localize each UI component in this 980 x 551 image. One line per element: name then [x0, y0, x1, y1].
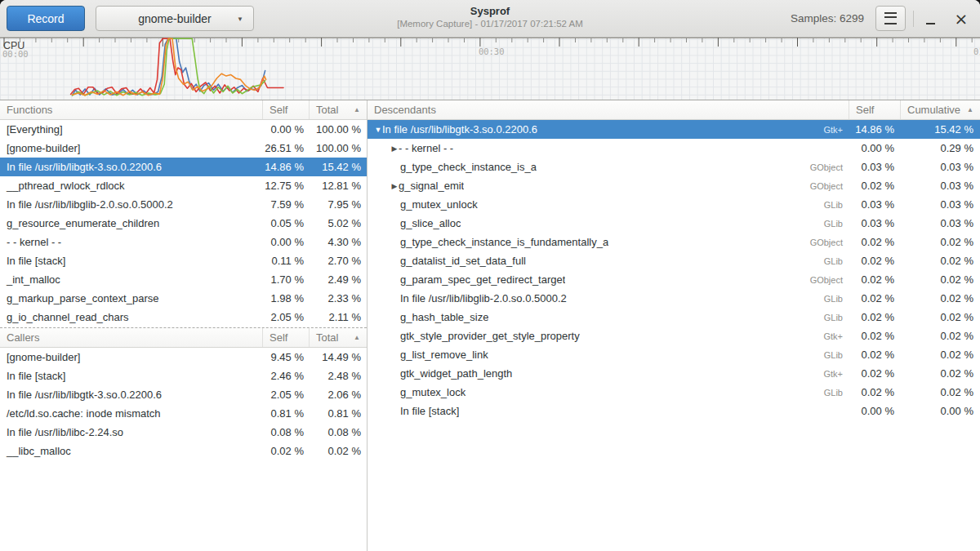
descendants-header: Descendants Self Cumulative ▲ — [368, 100, 980, 120]
descendant-self-cell: 0.02 % — [849, 349, 901, 361]
function-self-cell: 7.59 % — [263, 198, 310, 211]
descendant-name: In file [stack] — [400, 405, 459, 417]
descendant-name: g_list_remove_link — [400, 349, 488, 361]
descendant-self-cell: 0.02 % — [849, 330, 901, 342]
descendant-row[interactable]: In file /usr/lib/libglib-2.0.so.0.5000.2… — [368, 289, 980, 308]
caller-self-cell: 0.81 % — [263, 407, 310, 420]
function-total-cell: 4.30 % — [310, 236, 367, 248]
descendant-name: In file /usr/lib/libgtk-3.so.0.2200.6 — [382, 123, 537, 136]
descendant-row[interactable]: ▼In file /usr/lib/libgtk-3.so.0.2200.6Gt… — [368, 120, 980, 139]
caller-self-cell: 2.46 % — [263, 370, 310, 382]
descendant-row[interactable]: ▶- - kernel - -0.00 %0.29 % — [368, 139, 980, 158]
descendant-name-cell: g_list_remove_linkGLib — [368, 349, 849, 361]
descendant-name: g_param_spec_get_redirect_target — [400, 273, 565, 286]
caller-row[interactable]: In file /usr/lib/libc-2.24.so0.08 %0.08 … — [0, 423, 367, 442]
functions-column-header[interactable]: Functions — [0, 100, 263, 119]
descendant-row[interactable]: In file [stack]0.00 %0.00 % — [368, 402, 980, 420]
caller-row[interactable]: In file [stack]2.46 %2.48 % — [0, 367, 367, 385]
library-tag: GLib — [816, 219, 849, 229]
function-total-cell: 2.33 % — [310, 292, 367, 304]
descendant-row[interactable]: g_slice_allocGLib0.03 %0.03 % — [368, 214, 980, 233]
descendant-name-cell: g_datalist_id_set_data_fullGLib — [368, 255, 849, 267]
descendant-self-cell: 0.02 % — [849, 292, 901, 304]
library-tag: GLib — [816, 350, 849, 360]
descendant-row[interactable]: g_datalist_id_set_data_fullGLib0.02 %0.0… — [368, 251, 980, 270]
functions-self-column-header[interactable]: Self — [263, 100, 310, 119]
descendant-row[interactable]: gtk_widget_path_lengthGtk+0.02 %0.02 % — [368, 364, 980, 383]
functions-total-column-header[interactable]: Total ▲ — [310, 100, 367, 119]
library-tag: Gtk+ — [815, 125, 849, 135]
function-row[interactable]: g_io_channel_read_chars2.05 %2.11 % — [0, 308, 367, 327]
descendant-name: g_mutex_lock — [400, 386, 466, 398]
descendant-self-cell: 0.02 % — [849, 255, 901, 267]
function-self-cell: 1.98 % — [263, 292, 310, 304]
descendant-row[interactable]: g_type_check_instance_is_fundamentally_a… — [368, 233, 980, 251]
function-self-cell: 1.70 % — [263, 273, 310, 286]
function-total-cell: 7.95 % — [310, 198, 367, 211]
expander-collapsed-icon[interactable]: ▶ — [390, 144, 399, 153]
function-row[interactable]: g_markup_parse_context_parse1.98 %2.33 % — [0, 289, 367, 308]
descendant-self-cell: 0.03 % — [849, 198, 901, 211]
callers-total-column-header[interactable]: Total ▲ — [310, 328, 367, 347]
sort-ascending-icon: ▲ — [349, 106, 360, 113]
function-row[interactable]: [Everything]0.00 %100.00 % — [0, 120, 367, 139]
caller-name-cell: In file [stack] — [0, 370, 263, 382]
descendant-row[interactable]: g_hash_table_sizeGLib0.02 %0.02 % — [368, 308, 980, 327]
descendants-self-column-header[interactable]: Self — [849, 100, 901, 119]
function-total-cell: 5.02 % — [310, 217, 367, 229]
callers-self-column-header[interactable]: Self — [263, 328, 310, 347]
descendant-cumulative-cell: 0.29 % — [901, 142, 980, 154]
descendant-name-cell: g_mutex_lockGLib — [368, 386, 849, 398]
expander-collapsed-icon[interactable]: ▶ — [390, 182, 399, 190]
function-name-cell: In file /usr/lib/libglib-2.0.so.0.5000.2 — [0, 198, 263, 211]
caller-total-cell: 0.81 % — [310, 407, 367, 420]
target-select[interactable]: gnome-builder ▼ — [96, 6, 254, 31]
descendant-name: g_hash_table_size — [400, 311, 488, 323]
library-tag: GObject — [802, 162, 849, 172]
descendant-row[interactable]: g_type_check_instance_is_aGObject0.03 %0… — [368, 158, 980, 176]
descendant-row[interactable]: g_list_remove_linkGLib0.02 %0.02 % — [368, 345, 980, 364]
descendant-name-cell: g_hash_table_sizeGLib — [368, 311, 849, 323]
descendant-row[interactable]: g_mutex_unlockGLib0.03 %0.03 % — [368, 195, 980, 214]
descendant-name: g_type_check_instance_is_fundamentally_a — [400, 236, 608, 248]
descendant-self-cell: 0.02 % — [849, 386, 901, 398]
expander-expanded-icon[interactable]: ▼ — [374, 126, 382, 134]
descendant-name: - - kernel - - — [399, 142, 453, 154]
descendant-name: g_slice_alloc — [400, 217, 461, 229]
caller-row[interactable]: __libc_malloc0.02 %0.02 % — [0, 442, 367, 460]
menu-button[interactable] — [875, 6, 906, 31]
cpu-graph[interactable]: CPU00:0000:3001:00 — [0, 38, 980, 100]
descendants-cumulative-column-header[interactable]: Cumulative ▲ — [901, 100, 980, 119]
descendant-cumulative-cell: 0.00 % — [901, 405, 980, 417]
caller-self-cell: 2.05 % — [263, 389, 310, 401]
function-row[interactable]: - - kernel - -0.00 %4.30 % — [0, 233, 367, 251]
descendants-cumulative-label: Cumulative — [907, 104, 960, 116]
record-button[interactable]: Record — [7, 6, 85, 31]
function-total-cell: 100.00 % — [310, 142, 367, 154]
function-total-cell: 15.42 % — [310, 161, 367, 173]
descendants-column-header[interactable]: Descendants — [368, 100, 849, 119]
descendant-row[interactable]: gtk_style_provider_get_style_propertyGtk… — [368, 327, 980, 345]
descendant-cumulative-cell: 0.02 % — [901, 330, 980, 342]
library-tag: GObject — [802, 275, 849, 285]
descendant-self-cell: 0.02 % — [849, 311, 901, 323]
function-row[interactable]: In file [stack]0.11 %2.70 % — [0, 251, 367, 270]
function-row[interactable]: __pthread_rwlock_rdlock12.75 %12.81 % — [0, 176, 367, 195]
function-row[interactable]: _int_malloc1.70 %2.49 % — [0, 270, 367, 289]
descendant-row[interactable]: g_param_spec_get_redirect_targetGObject0… — [368, 270, 980, 289]
caller-row[interactable]: /etc/ld.so.cache: inode mismatch0.81 %0.… — [0, 404, 367, 423]
function-row[interactable]: g_resource_enumerate_children0.05 %5.02 … — [0, 214, 367, 233]
descendant-name-cell: g_type_check_instance_is_aGObject — [368, 161, 849, 173]
caller-self-cell: 0.08 % — [263, 426, 310, 438]
minimize-button[interactable] — [918, 6, 942, 31]
function-row[interactable]: In file /usr/lib/libgtk-3.so.0.2200.614.… — [0, 158, 367, 176]
function-row[interactable]: In file /usr/lib/libglib-2.0.so.0.5000.2… — [0, 195, 367, 214]
callers-column-header[interactable]: Callers — [0, 328, 263, 347]
descendant-row[interactable]: g_mutex_lockGLib0.02 %0.02 % — [368, 383, 980, 402]
caller-row[interactable]: [gnome-builder]9.45 %14.49 % — [0, 348, 367, 367]
close-button[interactable]: × — [949, 6, 973, 31]
caller-total-cell: 2.48 % — [310, 370, 367, 382]
function-row[interactable]: [gnome-builder]26.51 %100.00 % — [0, 139, 367, 158]
caller-row[interactable]: In file /usr/lib/libgtk-3.so.0.2200.62.0… — [0, 385, 367, 404]
descendant-row[interactable]: ▶g_signal_emitGObject0.02 %0.03 % — [368, 176, 980, 195]
